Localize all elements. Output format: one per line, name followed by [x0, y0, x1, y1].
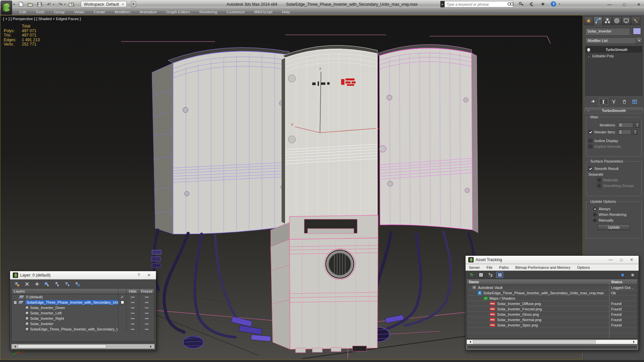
make-unique-button[interactable] [609, 98, 619, 105]
asset-row-vault[interactable]: Autodesk Vault Logged Out .. [467, 285, 637, 290]
layer-close-button[interactable]: ✕ [145, 273, 153, 278]
inverter-center-unit[interactable]: z Y x [281, 45, 379, 225]
asset-horizontal-scrollbar[interactable] [467, 340, 638, 344]
menu-graph-editors[interactable]: Graph Editors [161, 10, 195, 14]
asset-row-bitmap[interactable]: PNG Solar_Inverter_Frecnel.png Found [467, 306, 637, 312]
tab-utilities[interactable] [631, 16, 640, 25]
undo-icon[interactable]: ↶ [46, 1, 52, 7]
asset-row-bitmap[interactable]: PNG Solar_Inverter_Gloss.png Found [467, 312, 637, 317]
redo-dropdown-icon[interactable]: ▾ [64, 3, 66, 6]
modifier-list-dropdown[interactable]: Modifier List ▼ [585, 37, 642, 44]
freeze-dash[interactable] [145, 323, 149, 324]
layer-horizontal-scrollbar[interactable] [11, 344, 155, 349]
hide-dash[interactable] [131, 297, 135, 298]
maximize-button[interactable]: □ [623, 2, 626, 7]
menu-options[interactable]: Options [577, 265, 590, 269]
name-column-header[interactable]: Name [467, 280, 609, 284]
collapse-expander-icon[interactable] [14, 301, 17, 304]
menu-create[interactable]: Create [89, 10, 110, 14]
pin-stack-button[interactable] [589, 98, 598, 105]
materials-checkbox[interactable] [597, 178, 601, 182]
tree-view-button[interactable] [487, 272, 494, 278]
scrollbar-thumb[interactable] [18, 345, 106, 348]
freeze-dash[interactable] [145, 318, 149, 319]
scroll-left-icon[interactable] [468, 341, 471, 343]
application-menu-button[interactable] [1, 1, 12, 15]
hide-column-header[interactable]: Hide [126, 289, 139, 294]
asset-close-button[interactable]: ✕ [627, 257, 636, 262]
layer-row-object[interactable]: Solar_Inverter_Right [12, 316, 154, 321]
asset-row-maps[interactable]: Maps / Shaders [467, 296, 637, 301]
secondary-unit[interactable] [271, 215, 378, 353]
layer-properties-button[interactable] [74, 281, 80, 287]
open-file-icon[interactable] [27, 1, 34, 7]
help-icon[interactable]: ? [550, 1, 557, 7]
layer-dialog-titlebar[interactable]: Layer: 0 (default) ? ✕ [10, 271, 156, 280]
always-radio[interactable] [593, 207, 597, 211]
layer-help-button[interactable]: ? [135, 273, 143, 278]
table-view-button[interactable] [496, 272, 503, 278]
layer-list-header[interactable]: Layers Hide Freeze [12, 289, 154, 294]
iterations-spinner[interactable]: ▲▼ [635, 122, 639, 128]
set-project-folder-icon[interactable] [68, 1, 75, 7]
list-view-button[interactable] [478, 272, 484, 278]
scroll-right-icon[interactable] [633, 341, 636, 343]
select-layers-button[interactable] [54, 281, 60, 287]
scroll-right-icon[interactable] [150, 345, 153, 348]
workspace-flyout-button[interactable]: ▼ [131, 1, 136, 7]
menu-edit[interactable]: Edit [15, 10, 31, 14]
smooth-result-checkbox[interactable] [588, 167, 592, 171]
help-dropdown-icon[interactable]: ▾ [559, 3, 560, 5]
hide-dash[interactable] [131, 329, 135, 330]
render-iters-checkbox[interactable] [588, 130, 592, 134]
menu-group[interactable]: Group [49, 10, 69, 14]
current-layer-check[interactable]: ✓ [120, 295, 124, 299]
explicit-normals-checkbox[interactable] [588, 144, 592, 148]
configure-modifier-sets-button[interactable] [630, 98, 639, 105]
spin-down-icon[interactable]: ▼ [637, 125, 638, 127]
iterations-field[interactable]: 0 [618, 122, 633, 128]
app-menu-caret-icon[interactable]: ▾ [13, 3, 15, 6]
close-button[interactable]: ✕ [637, 2, 641, 7]
communication-center-icon[interactable] [529, 1, 535, 7]
spin-down-icon[interactable]: ▼ [634, 132, 636, 134]
hide-dash[interactable] [131, 307, 135, 308]
asset-tracking-titlebar[interactable]: Asset Tracking — □ ✕ [466, 256, 639, 264]
hide-dash[interactable] [131, 313, 135, 314]
help-info-icon[interactable]: ? [620, 272, 627, 278]
refresh-button[interactable]: ↻ [468, 272, 475, 278]
layer-row-object[interactable]: SolarEdge_Three_Phase_Inverter_with_Seco… [12, 326, 154, 332]
menu-rendering[interactable]: Rendering [195, 10, 222, 14]
menu-maxscript[interactable]: MAXScript [250, 10, 277, 14]
layer-row-object[interactable]: Solar_Inverter_Left [12, 310, 154, 316]
sign-in-key-icon[interactable] [518, 1, 525, 7]
viewport-label[interactable]: [ + ] [ Perspective ] [ Shaded + Edged F… [3, 17, 81, 21]
layers-column-header[interactable]: Layers [12, 289, 118, 293]
menu-bitmap-performance[interactable]: Bitmap Performance and Memory [515, 265, 570, 269]
asset-maximize-button[interactable]: □ [618, 257, 625, 262]
search-go-icon[interactable]: ▸ [440, 1, 444, 7]
layer-row-selected[interactable]: SolarEdge_Three_Phase_Inverter_with_Seco… [12, 300, 154, 305]
minimize-button[interactable]: — [607, 2, 611, 7]
modifier-enabled-bulb-icon[interactable] [587, 48, 590, 51]
freeze-column-header[interactable]: Freeze [139, 289, 154, 294]
asset-minimize-button[interactable]: — [606, 257, 615, 262]
freeze-dash[interactable] [145, 329, 149, 330]
search-icon[interactable] [507, 1, 514, 7]
turbosmooth-rollout-header[interactable]: − TurboSmooth [585, 108, 643, 113]
save-file-icon[interactable] [36, 1, 43, 7]
current-layer-checkbox[interactable] [121, 301, 124, 304]
layer-row-object[interactable]: Solar_Inverter_Down [12, 305, 154, 310]
asset-row-bitmap[interactable]: PNG Solar_Inverter_Spec.png Found [467, 322, 637, 328]
add-to-layer-button[interactable] [34, 281, 40, 287]
stack-item-turbosmooth[interactable]: TurboSmooth [586, 46, 642, 53]
add-selection-to-layer-button[interactable] [64, 281, 70, 287]
show-end-result-button[interactable] [599, 98, 608, 105]
scroll-left-icon[interactable] [13, 345, 16, 348]
layer-row-default[interactable]: 0 (default) ✓ [12, 294, 154, 300]
new-file-icon[interactable] [17, 1, 24, 7]
expand-icon[interactable] [587, 54, 590, 58]
search-input[interactable] [444, 1, 513, 7]
freeze-dash[interactable] [145, 307, 149, 308]
menu-animation[interactable]: Animation [135, 10, 161, 14]
